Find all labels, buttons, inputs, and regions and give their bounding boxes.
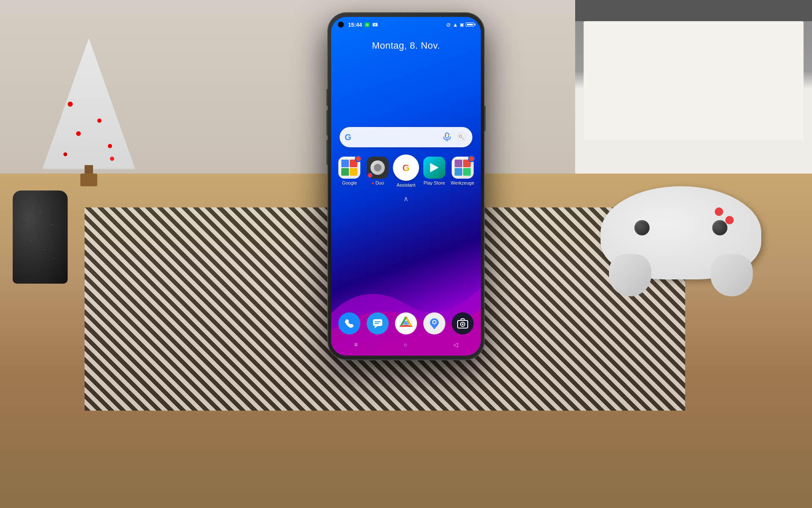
ornament: [76, 131, 81, 136]
app-google[interactable]: Google: [337, 157, 362, 188]
app-google-label: Google: [342, 180, 357, 185]
vase-holes: [17, 195, 63, 279]
menu-nav-button[interactable]: ≡: [354, 341, 357, 348]
svg-point-20: [462, 323, 464, 325]
tv-unit-shelf: [584, 21, 804, 140]
app-duo-label: ● Duo: [372, 180, 384, 185]
ornament: [108, 144, 112, 148]
left-thumbstick: [634, 220, 650, 235]
tv-unit: [575, 0, 812, 178]
back-nav-button[interactable]: ◁: [453, 341, 458, 348]
status-right: ⊘ ▲ ▣: [446, 22, 474, 28]
home-nav-button[interactable]: ○: [403, 341, 407, 348]
wallpaper-wave: [331, 229, 481, 356]
tree-pot: [80, 174, 97, 186]
battery-icon: [466, 22, 474, 27]
svg-point-17: [433, 321, 436, 323]
tv-unit-bar: [575, 0, 812, 21]
status-bar: 15:44 G 📧 ⊘ ▲ ▣: [331, 17, 481, 32]
volume-up-button[interactable]: [326, 110, 328, 135]
app-play-store[interactable]: Play Store: [422, 157, 447, 188]
notification-icon: 📧: [372, 22, 378, 28]
google-icon: [338, 157, 360, 179]
status-badge-g: G: [365, 22, 370, 27]
navigation-bar: ≡ ○ ◁: [331, 337, 481, 352]
dock-chrome[interactable]: [395, 312, 417, 334]
app-grid: Google ● Duo: [335, 157, 477, 188]
app-duo[interactable]: ● Duo: [365, 157, 390, 188]
werkzeuge-icon: [452, 157, 474, 179]
ornament: [110, 157, 114, 161]
play-store-icon: [423, 157, 445, 179]
dock-messages[interactable]: [367, 312, 389, 334]
christmas-tree: [42, 25, 135, 186]
dock-phone[interactable]: [338, 312, 360, 334]
svg-rect-3: [448, 135, 449, 136]
svg-rect-2: [445, 135, 446, 136]
dock-maps[interactable]: [423, 312, 445, 334]
wifi-icon: ▲: [453, 22, 458, 28]
ornament: [63, 152, 67, 156]
right-thumbstick: [712, 220, 727, 235]
voice-search-button[interactable]: [441, 131, 453, 143]
front-camera: [338, 22, 344, 28]
background-scene: 15:44 G 📧 ⊘ ▲ ▣: [0, 0, 812, 508]
werkzeuge-badge: [468, 155, 475, 162]
chevron-up-icon: ∧: [403, 195, 409, 202]
app-werkzeuge-label: Werkzeuge: [451, 180, 474, 185]
left-grip: [609, 254, 651, 296]
duo-icon: [367, 157, 389, 179]
sim-icon: ▣: [460, 22, 464, 28]
power-button[interactable]: [484, 106, 486, 131]
volume-down-button[interactable]: [326, 140, 328, 165]
svg-marker-9: [374, 326, 378, 329]
svg-text:G: G: [402, 163, 409, 173]
phone-date: Montag, 8. Nov.: [331, 40, 481, 51]
decorative-vase: [13, 190, 68, 284]
app-play-store-label: Play Store: [423, 180, 445, 185]
ornament: [97, 119, 102, 123]
phone-body: 15:44 G 📧 ⊘ ▲ ▣: [328, 13, 484, 360]
tree-trunk: [85, 165, 93, 174]
app-dock: [335, 312, 477, 334]
phone-screen: 15:44 G 📧 ⊘ ▲ ▣: [331, 17, 481, 356]
tree-foliage: [42, 38, 135, 169]
svg-point-15: [405, 322, 407, 325]
notification-badge: [355, 155, 362, 162]
google-logo: G: [345, 133, 351, 142]
assistant-icon: G: [393, 155, 419, 181]
status-left: 15:44 G 📧: [338, 22, 378, 28]
swipe-indicator[interactable]: ∧: [331, 195, 481, 203]
alert-slider[interactable]: [326, 89, 328, 106]
lens-button[interactable]: [455, 131, 467, 143]
phone-device: 15:44 G 📧 ⊘ ▲ ▣: [328, 13, 484, 360]
google-search-bar[interactable]: G: [340, 127, 472, 147]
wifi-off-icon: ⊘: [446, 22, 451, 28]
dock-camera[interactable]: [452, 312, 474, 334]
button-red-1: [715, 207, 723, 216]
right-grip: [710, 254, 753, 296]
button-red-2: [725, 216, 734, 224]
app-werkzeuge[interactable]: Werkzeuge: [450, 157, 475, 188]
status-time: 15:44: [348, 22, 362, 28]
svg-rect-8: [373, 319, 382, 326]
ornament: [68, 102, 73, 107]
app-assistant[interactable]: G Assistant: [393, 157, 419, 188]
app-assistant-label: Assistant: [397, 182, 416, 188]
game-controller: [592, 178, 770, 296]
